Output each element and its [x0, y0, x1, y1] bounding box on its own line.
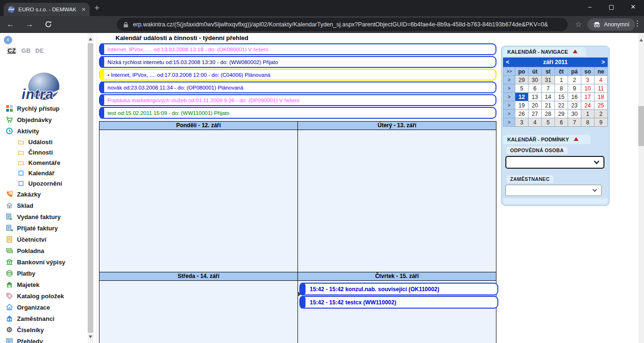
sidebar-item-organizace[interactable]: Organizace: [0, 302, 87, 313]
minical-day[interactable]: 28: [542, 110, 555, 118]
employee-select[interactable]: [505, 185, 602, 196]
sidebar-item-zamestnanci[interactable]: Zaměstnanci: [0, 313, 87, 324]
next-month-button[interactable]: >: [594, 59, 608, 65]
scroll-up-icon[interactable]: [639, 37, 643, 41]
select-week-button[interactable]: >: [504, 76, 515, 84]
lang-cz[interactable]: CZ: [7, 47, 17, 54]
minical-day[interactable]: 6: [555, 118, 568, 127]
sidebar-item-ciselniky[interactable]: ⚙Číselníky: [0, 324, 87, 335]
minical-day[interactable]: 19: [515, 101, 528, 110]
minical-day[interactable]: 23: [568, 101, 581, 110]
minical-day[interactable]: 9: [594, 118, 608, 127]
sidebar-item-udalosti[interactable]: Události: [0, 137, 87, 147]
sidebar-item-prijate-faktury[interactable]: Přijaté faktury: [0, 222, 87, 234]
event-item[interactable]: Nízká rychlost internetu od:15.03.2008 1…: [99, 56, 496, 68]
window-minimize-button[interactable]: –: [579, 0, 601, 16]
responsible-person-select[interactable]: [505, 156, 604, 169]
minical-day[interactable]: 30: [528, 76, 542, 84]
new-tab-button[interactable]: +: [94, 3, 99, 12]
address-bar[interactable]: erp.wakintra.cz/(S(jsfaxidm0wv5ljwlhxqvf…: [117, 18, 568, 31]
minical-day[interactable]: 8: [581, 118, 594, 127]
minical-day[interactable]: 20: [528, 101, 542, 110]
calendar-cell-monday[interactable]: [99, 130, 297, 272]
minical-day[interactable]: 2: [568, 76, 581, 84]
back-button[interactable]: ←: [7, 20, 15, 29]
minical-day[interactable]: 7: [542, 84, 555, 93]
sidebar-item-majetek[interactable]: Majetek: [0, 279, 87, 290]
minical-day[interactable]: 17: [581, 93, 594, 101]
window-maximize-button[interactable]: ▢: [601, 0, 622, 16]
minical-day[interactable]: 1: [555, 76, 568, 84]
sidebar-item-komentare[interactable]: Komentáře: [0, 157, 87, 168]
browser-tab[interactable]: EURO s.r.o. - DEMWAK - Kalendář ✕: [4, 3, 90, 16]
sidebar-item-zakazky[interactable]: Zakázky: [0, 188, 87, 200]
minical-day[interactable]: 5: [542, 118, 555, 127]
minical-day[interactable]: 27: [528, 110, 542, 118]
minical-day[interactable]: 16: [568, 93, 581, 101]
window-close-button[interactable]: ✕: [622, 0, 644, 16]
sidebar-item-objednavky[interactable]: Objednávky: [0, 114, 87, 125]
collapse-panel-icon[interactable]: [573, 47, 578, 53]
minical-day[interactable]: 9: [568, 84, 581, 93]
select-week-button[interactable]: >: [504, 110, 515, 118]
select-week-button[interactable]: >: [504, 84, 515, 93]
calendar-cell-thursday[interactable]: 15:42 - 15:42 konzul.nab. související (O…: [297, 281, 496, 343]
reload-button[interactable]: [44, 20, 52, 28]
minical-day[interactable]: 24: [581, 101, 594, 110]
minical-day[interactable]: 7: [568, 118, 581, 127]
sidebar-scrollbar-thumb[interactable]: [88, 43, 93, 333]
calendar-cell-wednesday[interactable]: [99, 281, 297, 343]
minical-day[interactable]: 15: [555, 93, 568, 101]
event-item[interactable]: test od:15.02.2011 15:09 - do: (WW110001…: [99, 107, 496, 119]
day-event-item[interactable]: 15:42 - 15:42 testcx (WW110002): [299, 296, 498, 309]
minical-day[interactable]: 22: [555, 101, 568, 110]
minical-day[interactable]: 11: [594, 84, 608, 93]
forward-button[interactable]: →: [25, 20, 33, 29]
minical-day[interactable]: 18: [594, 93, 608, 101]
sidebar-item-pokladna[interactable]: Pokladna: [0, 245, 87, 256]
select-week-button[interactable]: >: [504, 118, 515, 127]
event-item[interactable]: Internet, IPVox, .... od:13.03.2008 13:1…: [99, 43, 496, 55]
minical-day[interactable]: 31: [542, 76, 555, 84]
minical-day[interactable]: 14: [542, 93, 555, 101]
select-week-button[interactable]: >: [504, 93, 515, 101]
sidebar-item-ucetnictvi[interactable]: Účetnictví: [0, 234, 87, 245]
sidebar-item-kalendar[interactable]: Kalendář: [0, 168, 87, 178]
tab-close-icon[interactable]: ✕: [82, 7, 86, 13]
minical-day[interactable]: 3: [515, 118, 528, 127]
browser-menu-icon[interactable]: ⋮: [634, 19, 641, 28]
minical-day[interactable]: 26: [515, 110, 528, 118]
minical-day[interactable]: 1: [581, 110, 594, 118]
event-item[interactable]: novák od:23.03.2008 11:34 - do: (OP08000…: [99, 82, 496, 93]
incognito-badge[interactable]: Anonymní: [587, 18, 635, 31]
minical-day[interactable]: 13: [528, 93, 542, 101]
minical-day[interactable]: 30: [568, 110, 581, 118]
prev-month-button[interactable]: <: [503, 59, 516, 65]
sidebar-item-aktivity[interactable]: Aktivity: [0, 125, 87, 137]
sidebar-item-upozorneni[interactable]: Upozornění: [0, 178, 87, 188]
minical-day[interactable]: 10: [581, 84, 594, 93]
minical-day[interactable]: 5: [515, 84, 528, 93]
sidebar-item-rychly-pristup[interactable]: Rychlý přístup: [0, 103, 87, 114]
sidebar-item-prehledy[interactable]: Přehledy: [0, 335, 87, 343]
sidebar-collapse-button[interactable]: ‹: [4, 36, 12, 44]
minical-day[interactable]: 4: [528, 118, 542, 127]
minical-day[interactable]: 4: [594, 76, 608, 84]
event-item[interactable]: • Internet, IPVox, .... od:17.03.2008 12…: [99, 69, 496, 81]
event-item[interactable]: Poptávka marketingových služeb od:01.11.…: [99, 94, 496, 106]
minical-day-selected[interactable]: 12: [515, 93, 528, 101]
scroll-down-icon[interactable]: [89, 335, 92, 340]
lang-gb[interactable]: GB: [21, 47, 31, 54]
week-mode-button[interactable]: >>: [504, 67, 515, 76]
minical-day[interactable]: 8: [555, 84, 568, 93]
collapse-panel-icon[interactable]: [574, 135, 578, 141]
calendar-cell-tuesday[interactable]: [297, 130, 496, 272]
day-event-item[interactable]: 15:42 - 15:42 konzul.nab. související (O…: [299, 283, 498, 295]
minical-day[interactable]: 25: [594, 101, 608, 110]
page-scrollbar-thumb[interactable]: [638, 106, 644, 146]
minical-day[interactable]: 21: [542, 101, 555, 110]
sidebar-item-cinnosti[interactable]: Činnosti: [0, 147, 87, 157]
minical-day[interactable]: 3: [581, 76, 594, 84]
minical-day[interactable]: 6: [528, 84, 542, 93]
minical-day[interactable]: 29: [555, 110, 568, 118]
